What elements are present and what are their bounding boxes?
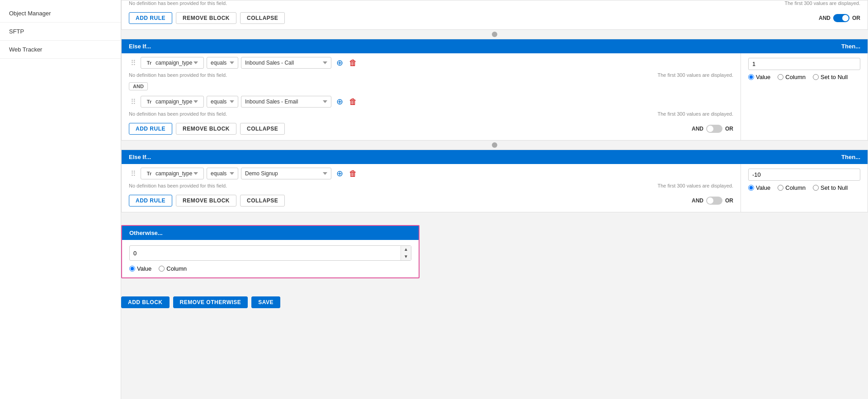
main-content: No definition has been provided for this… [121,0,868,399]
condition-row-1: ⠿ Tr campaign_type equals Inbound Sales … [122,53,741,72]
save-button[interactable]: SAVE [251,296,280,308]
or-label-2: OR [725,197,733,204]
no-def-2: No definition has been provided for this… [129,111,431,117]
radio-null-2[interactable]: Set to Null [813,184,848,191]
value-dropdown-1[interactable]: Inbound Sales - Call [241,57,331,69]
collapse-btn-1[interactable]: COLLAPSE [240,123,285,135]
else-if-label-2: Else If... [129,154,151,160]
info-row-3: No definition has been provided for this… [122,183,741,191]
field-icon-3: Tr [145,169,154,178]
delete-condition-btn-1[interactable]: 🗑 [348,57,359,68]
otherwise-radio-group: Value Column [129,265,411,272]
add-rule-button-top[interactable]: ADD RULE [129,12,172,24]
info-row-2: No definition has been provided for this… [122,111,741,119]
then-input-2[interactable] [748,169,860,181]
remove-block-btn-1[interactable]: REMOVE BLOCK [176,123,236,135]
delete-condition-btn-3[interactable]: 🗑 [348,168,359,179]
sidebar-item-object-manager[interactable]: Object Manager [0,5,121,23]
and-or-toggle-2[interactable] [706,197,722,205]
top-block: No definition has been provided for this… [121,0,868,30]
otherwise-input[interactable] [130,247,401,259]
add-condition-btn-2[interactable]: ⊕ [334,96,345,107]
no-def-3: No definition has been provided for this… [129,183,431,188]
operator-dropdown-3[interactable]: equals [207,168,238,179]
radio-column-2[interactable]: Column [778,184,806,191]
field-dropdown-3[interactable]: campaign_type [154,168,202,179]
remove-otherwise-button[interactable]: REMOVE OTHERWISE [173,296,248,308]
rule-actions-2: ADD RULE REMOVE BLOCK COLLAPSE AND OR [122,191,741,212]
then-input-1[interactable] [748,58,860,70]
otherwise-radio-column[interactable]: Column [159,265,187,272]
and-or-toggle-1[interactable] [706,125,722,133]
drag-handle-1[interactable]: ⠿ [129,59,138,67]
field-dropdown-2[interactable]: campaign_type [154,96,202,107]
info-row-1: No definition has been provided for this… [122,72,741,80]
add-block-button[interactable]: ADD BLOCK [121,296,170,308]
condition-row-3: ⠿ Tr campaign_type equals Demo Signup ⊕ [122,164,741,183]
sidebar-item-sftp[interactable]: SFTP [0,23,121,41]
otherwise-label: Otherwise... [129,230,163,236]
add-rule-btn-1[interactable]: ADD RULE [129,123,172,135]
and-label-top: AND [819,15,830,21]
operator-dropdown-2[interactable]: equals [207,96,238,108]
top-block-info: No definition has been provided for this… [122,0,868,9]
and-or-toggle-top[interactable] [833,14,849,22]
and-label-2: AND [692,197,703,204]
connector-dot-2 [121,141,868,150]
top-first-300: The first 300 values are displayed. [495,0,860,6]
and-label-1: AND [692,126,703,132]
add-rule-btn-2[interactable]: ADD RULE [129,195,172,207]
field-select-wrap-2[interactable]: Tr campaign_type [141,96,204,108]
radio-column-1[interactable]: Column [778,74,806,80]
radio-value-2[interactable]: Value [748,184,770,191]
else-if-block-2: Else If... Then... ⠿ Tr campaign_type eq… [121,150,868,212]
condition-row-2: ⠿ Tr campaign_type equals Inbound Sales … [122,92,741,111]
top-block-actions: ADD RULE REMOVE BLOCK COLLAPSE AND OR [122,9,868,29]
or-label-1: OR [725,126,733,132]
field-dropdown-1[interactable]: campaign_type [154,57,202,68]
stepper-up[interactable]: ▲ [401,246,411,253]
first-300-2: The first 300 values are displayed. [431,111,734,117]
remove-block-button-top[interactable]: REMOVE BLOCK [176,12,236,24]
top-no-def: No definition has been provided for this… [129,0,495,6]
radio-null-1[interactable]: Set to Null [813,74,848,80]
rule-actions-1: ADD RULE REMOVE BLOCK COLLAPSE AND OR [122,119,741,140]
delete-condition-btn-2[interactable]: 🗑 [348,96,359,107]
then-side-2: Value Column Set to Null [741,164,868,212]
and-or-top: AND OR [819,14,860,22]
then-label-2: Then... [841,154,860,160]
field-icon-2: Tr [145,97,154,106]
value-dropdown-3[interactable]: Demo Signup [241,168,331,179]
collapse-btn-2[interactable]: COLLAPSE [240,195,285,207]
then-label-1: Then... [841,43,860,50]
value-dropdown-2[interactable]: Inbound Sales - Email [241,96,331,108]
sidebar: Object Manager SFTP Web Tracker [0,0,121,399]
first-300-3: The first 300 values are displayed. [431,183,734,188]
otherwise-header: Otherwise... [122,226,419,240]
radio-value-1[interactable]: Value [748,74,770,80]
first-300-1: The first 300 values are displayed. [431,72,734,78]
otherwise-body: ▲ ▼ Value Column [122,240,419,277]
otherwise-radio-value[interactable]: Value [129,265,151,272]
or-label-top: OR [852,15,860,21]
sidebar-item-web-tracker[interactable]: Web Tracker [0,41,121,59]
radio-group-1: Value Column Set to Null [748,74,860,80]
operator-dropdown-1[interactable]: equals [207,57,238,69]
field-select-wrap-1[interactable]: Tr campaign_type [141,57,204,69]
stepper-down[interactable]: ▼ [401,253,411,260]
and-badge-1: AND [122,80,741,92]
radio-group-2: Value Column Set to Null [748,184,860,191]
drag-handle-2[interactable]: ⠿ [129,98,138,106]
remove-block-btn-2[interactable]: REMOVE BLOCK [176,195,236,207]
conditions-panel-2: ⠿ Tr campaign_type equals Demo Signup ⊕ [122,164,741,212]
add-condition-btn-3[interactable]: ⊕ [334,168,345,179]
then-side-1: Value Column Set to Null [741,53,868,140]
drag-handle-3[interactable]: ⠿ [129,169,138,178]
otherwise-input-wrap: ▲ ▼ [129,245,411,261]
add-condition-btn-1[interactable]: ⊕ [334,57,345,68]
conditions-panel-1: ⠿ Tr campaign_type equals Inbound Sales … [122,53,741,140]
connector-dot-1 [121,30,868,39]
otherwise-block: Otherwise... ▲ ▼ Value [121,225,420,278]
collapse-button-top[interactable]: COLLAPSE [240,12,285,24]
field-select-wrap-3[interactable]: Tr campaign_type [141,168,204,179]
